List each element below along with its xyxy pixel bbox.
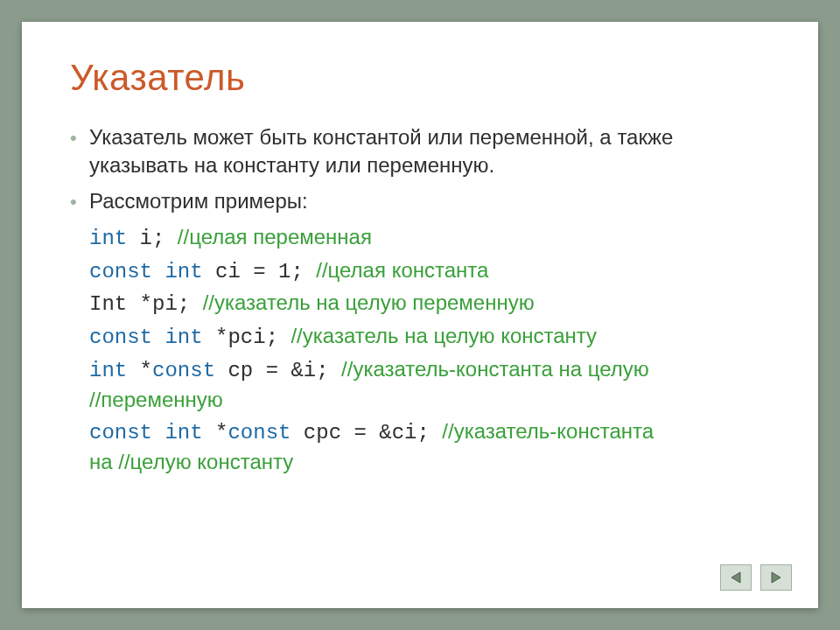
arrow-left-icon <box>728 570 744 584</box>
code-line: int *const cp = &i; //указатель-констант… <box>89 354 774 415</box>
code-text: * <box>140 359 152 382</box>
comment: на //целую константу <box>89 450 293 473</box>
prev-button[interactable] <box>720 564 752 591</box>
code-text: i; <box>140 227 178 250</box>
arrow-right-icon <box>768 570 784 584</box>
keyword: const int <box>89 421 215 444</box>
code-examples: int i; //целая переменная const int ci =… <box>89 222 774 477</box>
keyword: int <box>89 227 140 250</box>
comment: //указатель на целую переменную <box>203 290 535 314</box>
comment: //указатель-константа на целую <box>341 357 649 381</box>
code-line: Int *pi; //указатель на целую переменную <box>89 288 774 319</box>
bullet-item: Рассмотрим примеры: <box>70 187 774 215</box>
keyword: const <box>152 359 228 382</box>
keyword: int <box>89 359 140 382</box>
bullet-list: Указатель может быть константой или пере… <box>70 123 774 215</box>
nav-controls <box>720 564 792 591</box>
code-line: const int *pci; //указатель на целую кон… <box>89 321 774 353</box>
svg-marker-0 <box>732 572 740 583</box>
slide-title: Указатель <box>70 57 774 99</box>
comment: //указатель-константа <box>442 419 654 443</box>
code-line: int i; //целая переменная <box>89 222 774 254</box>
slide: Указатель Указатель может быть константо… <box>22 22 818 608</box>
code-text: *pci; <box>215 326 290 349</box>
code-text: cp = &i; <box>228 359 341 382</box>
svg-marker-1 <box>772 572 780 583</box>
comment: //целая константа <box>316 258 488 282</box>
code-text: ci = 1; <box>215 260 316 284</box>
code-line: const int ci = 1; //целая константа <box>89 256 774 287</box>
comment: //переменную <box>89 388 223 411</box>
keyword: const int <box>89 326 215 349</box>
keyword: const <box>228 421 303 444</box>
comment: //указатель на целую константу <box>290 324 597 347</box>
code-text: * <box>215 421 228 444</box>
code-text: cpc = &ci; <box>304 421 442 444</box>
code-text: Int *pi; <box>89 292 203 316</box>
comment: //целая переменная <box>178 225 372 248</box>
bullet-item: Указатель может быть константой или пере… <box>70 123 774 180</box>
keyword: const int <box>89 260 215 284</box>
code-line: const int *const cpc = &ci; //указатель-… <box>89 416 774 477</box>
next-button[interactable] <box>760 564 792 591</box>
